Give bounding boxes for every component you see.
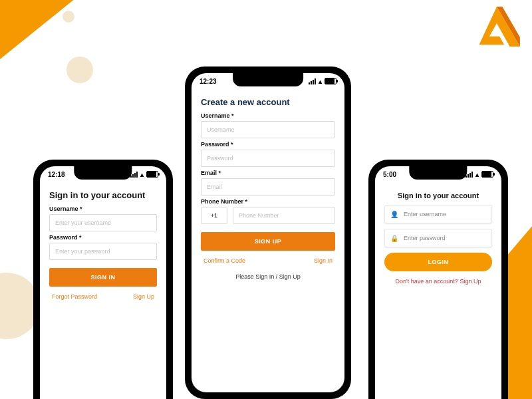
battery-icon [481, 171, 493, 178]
bg-dot [63, 11, 74, 23]
signup-prompt-link[interactable]: Don't have an account? Sign Up [384, 278, 492, 285]
status-time: 5:00 [383, 171, 396, 178]
signal-icon [309, 78, 316, 84]
password-input[interactable]: Password [201, 150, 335, 167]
phone-input[interactable]: Phone Number [233, 207, 335, 224]
password-input[interactable]: Enter your password [49, 243, 157, 260]
page-title: Sign in to your account [384, 192, 492, 200]
page-title: Sign in to your account [49, 190, 157, 200]
wifi-icon: ▴ [319, 78, 322, 85]
password-label: Password * [49, 234, 157, 241]
phone-frame-login: 5:00 ▴ Sign in to your account 👤 Enter u… [368, 160, 508, 399]
email-input[interactable]: Email [201, 178, 335, 196]
username-input[interactable]: 👤 Enter username [384, 205, 492, 223]
signup-link[interactable]: Sign Up [133, 293, 154, 300]
signup-button[interactable]: SIGN UP [201, 232, 335, 251]
signin-link[interactable]: Sign In [314, 257, 332, 264]
svg-marker-0 [479, 7, 519, 47]
signin-button[interactable]: SIGN IN [49, 268, 157, 287]
email-label: Email * [201, 170, 335, 176]
auth-prompt: Please Sign In / Sign Up [201, 273, 335, 280]
user-icon: 👤 [390, 211, 398, 218]
status-bar: 5:00 ▴ [375, 169, 501, 180]
status-time: 12:23 [200, 78, 217, 85]
phone-label: Phone Number * [201, 198, 335, 205]
status-bar: 12:18 ▴ [40, 169, 166, 180]
username-label: Username * [201, 112, 335, 119]
page-title: Create a new account [201, 97, 335, 107]
username-placeholder: Enter username [404, 211, 446, 217]
password-label: Password * [201, 141, 335, 148]
password-input[interactable]: 🔒 Enter password [384, 229, 492, 247]
battery-icon [325, 78, 336, 84]
wifi-icon: ▴ [140, 171, 144, 178]
battery-icon [146, 171, 158, 178]
status-bar: 12:23 ▴ [192, 76, 344, 86]
username-input[interactable]: Enter your username [49, 214, 157, 231]
signal-icon [466, 172, 473, 178]
username-label: Username * [49, 205, 157, 212]
country-code-input[interactable]: +1 [201, 207, 227, 224]
status-time: 12:18 [48, 171, 65, 178]
password-placeholder: Enter password [404, 235, 446, 241]
username-input[interactable]: Username [201, 121, 335, 138]
login-button[interactable]: LOGIN [384, 253, 492, 271]
lock-icon: 🔒 [390, 235, 398, 242]
wifi-icon: ▴ [475, 171, 479, 178]
signal-icon [130, 172, 138, 178]
phone-frame-signup: 12:23 ▴ Create a new account Username * … [185, 66, 351, 399]
phone-frame-signin: 12:18 ▴ Sign in to your account Username… [33, 160, 173, 399]
amplify-logo-icon [473, 7, 520, 47]
bg-dot [66, 57, 93, 83]
confirm-code-link[interactable]: Confirm a Code [203, 257, 245, 264]
forgot-password-link[interactable]: Forgot Password [52, 293, 97, 300]
